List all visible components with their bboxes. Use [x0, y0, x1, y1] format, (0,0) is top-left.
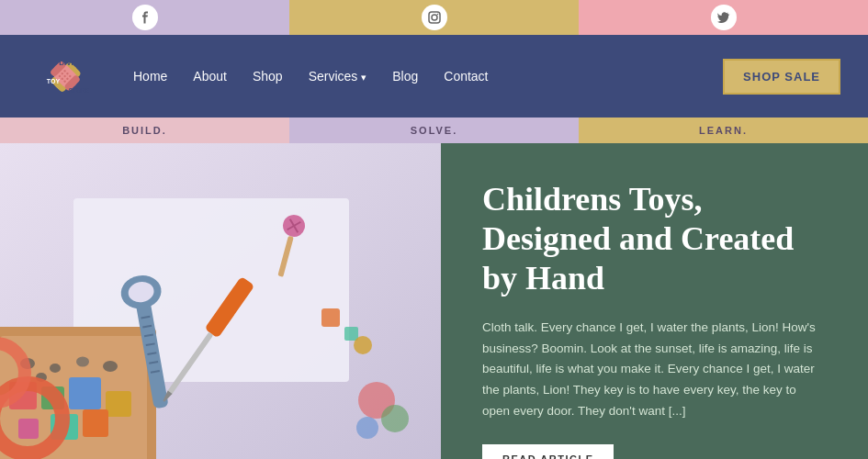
read-article-button[interactable]: READ ARTICLE [482, 444, 614, 459]
svg-rect-36 [69, 377, 101, 409]
tagline-learn: LEARN. [579, 118, 868, 143]
logo-area: DIVI TOY STORE [28, 38, 106, 116]
svg-text:STORE: STORE [69, 87, 90, 94]
svg-rect-37 [106, 391, 131, 417]
svg-point-42 [50, 364, 61, 373]
hero-image [0, 143, 441, 459]
instagram-section[interactable] [289, 0, 579, 35]
nav-contact[interactable]: Contact [444, 69, 488, 84]
shop-sale-button[interactable]: SHOP SALE [723, 59, 840, 95]
twitter-section[interactable] [579, 0, 868, 35]
svg-point-66 [381, 405, 409, 432]
logo: DIVI TOY STORE [28, 38, 106, 116]
svg-rect-68 [321, 308, 340, 327]
nav-about[interactable]: About [193, 69, 227, 84]
twitter-icon[interactable] [711, 5, 737, 30]
svg-point-2 [436, 14, 438, 16]
svg-point-70 [354, 336, 372, 354]
svg-point-67 [356, 417, 378, 439]
hero-image-bg [0, 143, 441, 459]
nav-links: Home About Shop Services Blog Contact [133, 69, 723, 84]
facebook-section[interactable] [0, 0, 289, 35]
svg-rect-0 [429, 12, 440, 23]
svg-rect-69 [344, 327, 358, 341]
hero-body: Cloth talk. Every chance I get, I water … [482, 318, 827, 423]
nav-home[interactable]: Home [133, 69, 167, 84]
navbar: DIVI TOY STORE Home About Shop Services … [0, 35, 868, 118]
instagram-icon[interactable] [422, 5, 447, 30]
tagline-solve: SOLVE. [289, 118, 579, 143]
svg-rect-38 [18, 419, 39, 439]
hero-section: Childrens Toys, Designed and Created by … [0, 143, 868, 459]
tagline-build: BUILD. [0, 118, 289, 143]
hero-title: Childrens Toys, Designed and Created by … [482, 180, 827, 299]
tagline-bar: BUILD. SOLVE. LEARN. [0, 118, 868, 143]
svg-point-44 [103, 361, 118, 372]
svg-point-43 [76, 357, 89, 367]
svg-text:DIVI: DIVI [59, 59, 73, 67]
hero-text-area: Childrens Toys, Designed and Created by … [441, 143, 868, 459]
social-bar [0, 0, 868, 35]
svg-point-1 [432, 15, 437, 20]
facebook-icon[interactable] [132, 5, 158, 30]
svg-text:TOY: TOY [47, 78, 61, 84]
nav-blog[interactable]: Blog [392, 69, 418, 84]
nav-shop[interactable]: Shop [253, 69, 283, 84]
svg-rect-40 [83, 409, 108, 437]
nav-services[interactable]: Services [309, 69, 367, 84]
